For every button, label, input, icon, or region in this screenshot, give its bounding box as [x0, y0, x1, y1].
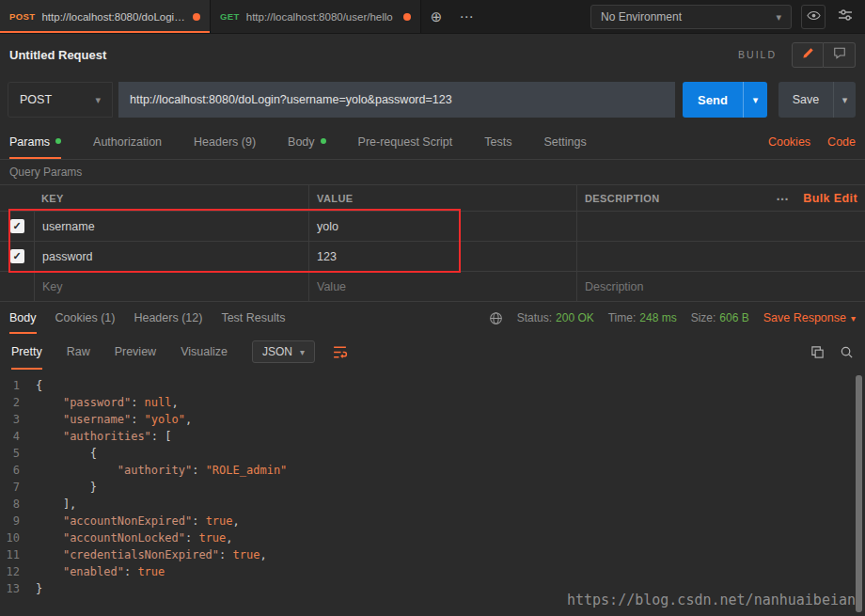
param-value-cell[interactable]: 123	[308, 242, 576, 271]
request-title-row: Untitled Request BUILD	[0, 34, 865, 75]
view-tab-pretty[interactable]: Pretty	[11, 334, 42, 370]
request-tab-active[interactable]: POST http://localhost:8080/doLogin...	[0, 0, 211, 33]
sliders-icon	[838, 8, 853, 26]
param-row-password: ✓ password 123	[0, 242, 865, 272]
save-response-button[interactable]: Save Response ▾	[763, 311, 856, 324]
tab-body[interactable]: Body	[288, 124, 326, 159]
response-tab-body[interactable]: Body	[9, 302, 37, 334]
tab-authorization[interactable]: Authorization	[93, 124, 162, 159]
query-params-heading: Query Params	[0, 160, 865, 184]
tab-headers[interactable]: Headers (9)	[194, 124, 256, 159]
param-key-cell[interactable]: username	[34, 212, 308, 241]
tab-options-button[interactable]: ⋯	[451, 0, 481, 33]
chevron-down-icon: ▾	[95, 94, 101, 106]
new-param-value-input[interactable]	[317, 280, 569, 293]
tab-settings[interactable]: Settings	[543, 124, 586, 159]
param-checkbox[interactable]: ✓	[10, 249, 24, 263]
tab-label: Headers (9)	[194, 135, 256, 149]
bulk-edit-link[interactable]: Bulk Edit	[803, 192, 857, 205]
param-value-cell[interactable]: yolo	[308, 212, 576, 241]
save-options-button[interactable]: ▾	[833, 82, 856, 118]
vertical-scrollbar[interactable]	[856, 375, 862, 612]
response-tab-cookies[interactable]: Cookies (1)	[55, 302, 116, 334]
tab-label: Settings	[543, 135, 586, 149]
tab-label: Cookies (1)	[55, 311, 116, 324]
send-options-button[interactable]: ▾	[743, 82, 767, 118]
cookies-link[interactable]: Cookies	[768, 135, 810, 149]
view-tab-raw[interactable]: Raw	[67, 334, 90, 370]
view-tab-preview[interactable]: Preview	[115, 334, 156, 370]
tab-label: Body	[9, 311, 37, 324]
param-description-cell[interactable]	[576, 242, 865, 271]
code-line: 2 "password": null,	[0, 394, 865, 411]
tab-params[interactable]: Params	[9, 124, 61, 159]
code-line: 10 "accountNonLocked": true,	[0, 529, 865, 546]
environment-label: No Environment	[601, 10, 682, 24]
unsaved-dot-icon	[403, 13, 411, 21]
environment-preview-button[interactable]	[801, 5, 826, 29]
param-row-username: ✓ username yolo	[0, 212, 865, 242]
chevron-down-icon: ▾	[851, 313, 856, 324]
param-checkbox[interactable]: ✓	[10, 219, 24, 233]
code-line: 1{	[0, 377, 865, 394]
param-key-cell[interactable]: password	[34, 242, 308, 271]
time-value: 248 ms	[639, 311, 676, 324]
request-title: Untitled Request	[9, 48, 106, 62]
tab-label: Raw	[67, 345, 90, 358]
query-params-table: KEY VALUE DESCRIPTION ⋯ Bulk Edit ✓ user…	[0, 184, 865, 302]
column-header-value: VALUE	[308, 185, 576, 211]
params-more-icon[interactable]: ⋯	[776, 191, 790, 206]
new-param-key-input[interactable]	[42, 280, 301, 293]
workspace-settings-button[interactable]	[831, 0, 859, 33]
watermark-text: https://blog.csdn.net/nanhuaibeian	[567, 592, 856, 608]
line-number: 1	[0, 377, 36, 394]
request-tab-inactive[interactable]: GET http://localhost:8080/user/hello	[211, 0, 421, 33]
code-line: 7 }	[0, 479, 865, 496]
view-tab-visualize[interactable]: Visualize	[181, 334, 228, 370]
code-line: 11 "credentialsNonExpired": true,	[0, 546, 865, 563]
new-tab-button[interactable]: ⊕	[421, 0, 451, 33]
header-check-cell	[0, 185, 34, 211]
code-line: 5 {	[0, 445, 865, 462]
wrap-lines-icon[interactable]	[332, 344, 348, 360]
tab-url: http://localhost:8080/doLogin...	[41, 11, 186, 23]
tab-tests[interactable]: Tests	[484, 124, 511, 159]
tab-label: Pre-request Script	[358, 135, 453, 149]
size-value: 606 B	[719, 311, 748, 324]
status-label: Status:	[517, 311, 552, 324]
environment-selector[interactable]: No Environment ▾	[590, 5, 792, 29]
response-tab-test-results[interactable]: Test Results	[221, 302, 285, 334]
response-body-code[interactable]: 1{2 "password": null,3 "username": "yolo…	[0, 377, 865, 597]
line-number: 6	[0, 462, 36, 479]
copy-icon[interactable]	[810, 345, 825, 359]
format-dropdown[interactable]: JSON ▾	[252, 340, 315, 363]
edit-request-button[interactable]	[792, 42, 824, 68]
code-link[interactable]: Code	[827, 135, 856, 149]
code-line: 4 "authorities": [	[0, 428, 865, 445]
method-dropdown[interactable]: POST ▾	[8, 82, 113, 118]
tab-label: Pretty	[11, 345, 42, 358]
request-tabs: Params Authorization Headers (9) Body Pr…	[0, 124, 865, 160]
response-tab-headers[interactable]: Headers (12)	[134, 302, 202, 334]
unsaved-dot-icon	[193, 13, 200, 21]
network-globe-icon[interactable]	[489, 311, 503, 325]
tab-label: Authorization	[93, 135, 162, 149]
tab-label: Visualize	[181, 345, 228, 358]
url-input[interactable]	[118, 82, 675, 118]
check-icon: ✓	[12, 221, 21, 231]
line-number: 8	[0, 496, 36, 513]
line-number: 11	[0, 546, 36, 563]
search-icon[interactable]	[840, 345, 854, 359]
line-number: 9	[0, 513, 36, 529]
status-value: 200 OK	[556, 311, 594, 324]
column-header-key: KEY	[34, 185, 308, 211]
eye-icon	[807, 8, 821, 26]
new-param-description-input[interactable]	[585, 280, 857, 293]
tab-pre-request-script[interactable]: Pre-request Script	[358, 124, 453, 159]
comments-button[interactable]	[824, 42, 856, 68]
check-icon: ✓	[12, 251, 21, 261]
line-number: 4	[0, 428, 36, 445]
save-button[interactable]: Save	[778, 82, 833, 118]
param-description-cell[interactable]	[576, 212, 865, 241]
send-button[interactable]: Send	[683, 82, 743, 118]
